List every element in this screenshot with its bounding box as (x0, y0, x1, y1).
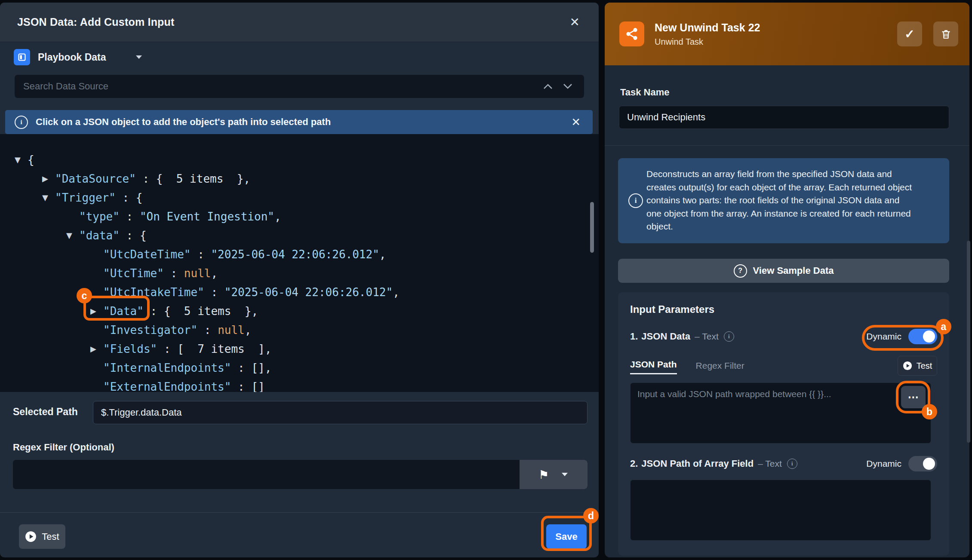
json-token-p: , (393, 286, 400, 299)
dynamic-toggle[interactable] (908, 329, 937, 344)
expand-triangle-icon[interactable]: ▶ (87, 340, 100, 358)
param-name: JSON Path of Array Field (641, 458, 754, 469)
input-parameters-card: Input Parameters 1. JSON Data – Text i D… (618, 292, 949, 556)
dynamic-toggle[interactable] (908, 456, 937, 471)
json-tree-line[interactable]: "type" : "On Event Ingestion", (0, 207, 599, 226)
json-token-k: "UtcTime" (103, 267, 164, 280)
json-tree-line[interactable]: ▼{ (0, 150, 599, 169)
footer-divider (0, 512, 599, 513)
save-button[interactable]: Save (546, 524, 587, 549)
json-tree: ▼{▶"DataSource" : { 5 items },▼"Trigger"… (0, 150, 599, 392)
modal-close-icon[interactable]: ✕ (568, 15, 581, 30)
json-token-k: "Investigator" (103, 324, 197, 337)
json-token-p: }, (231, 305, 258, 318)
ellipsis-icon: ⋯ (908, 391, 919, 404)
array-field-textarea[interactable] (630, 480, 931, 541)
json-token-k: "UtcDateTime" (103, 248, 191, 261)
json-tree-line[interactable]: "ExternalEndpoints" : [] (0, 377, 599, 392)
json-tree-line[interactable]: ▶"Fields" : [ 7 items ], (0, 340, 599, 358)
json-token-p: : (120, 210, 140, 223)
json-token-p: { (28, 153, 34, 166)
task-header: New Unwind Task 22 Unwind Task ✓ (605, 3, 969, 65)
json-tree-line[interactable]: ▼"Trigger" : { (0, 188, 599, 207)
info-icon: i (15, 116, 28, 129)
json-tree-line[interactable]: "UtcDateTime" : "2025-06-04 22:06:26.012… (0, 245, 599, 264)
json-token-i: 5 items (176, 172, 224, 185)
chevron-down-icon[interactable] (135, 54, 143, 60)
json-token-p: : [] (231, 380, 265, 392)
json-token-i: 7 items (197, 343, 245, 355)
header-buttons: ✓ (897, 21, 958, 46)
json-tree-line[interactable]: ▼"data" : { (0, 226, 599, 245)
expand-triangle-icon[interactable]: ▶ (39, 169, 52, 188)
json-token-p: : { (116, 191, 143, 204)
regex-filter-input[interactable] (13, 460, 516, 489)
dynamic-label: Dynamic (866, 331, 901, 342)
unwind-task-icon (619, 21, 644, 46)
regex-flags-dropdown[interactable]: ⚑ (520, 460, 588, 489)
collapse-triangle-icon[interactable]: ▼ (63, 226, 76, 245)
check-icon: ✓ (904, 27, 914, 41)
json-token-p: , (211, 267, 218, 280)
json-token-p: : { (144, 305, 184, 318)
task-titles: New Unwind Task 22 Unwind Task (655, 21, 760, 47)
search-box (15, 75, 584, 98)
scrollbar-thumb[interactable] (590, 202, 594, 253)
json-token-s: "On Event Ingestion" (140, 210, 274, 223)
json-token-k: "Fields" (103, 343, 157, 355)
json-token-p: , (379, 248, 386, 261)
more-options-button[interactable]: ⋯ (901, 386, 926, 408)
json-token-k: "UtcIntakeTime" (103, 286, 204, 299)
modal-title: JSON Data: Add Custom Input (17, 16, 175, 28)
json-token-i: 5 items (184, 305, 231, 318)
info-banner-text: Click on a JSON object to add the object… (36, 116, 331, 128)
task-title: New Unwind Task 22 (655, 21, 760, 34)
task-description-box: i Deconstructs an array field from the s… (618, 158, 949, 243)
expand-triangle-icon[interactable]: ▶ (87, 302, 100, 321)
tab-json-path[interactable]: JSON Path (630, 359, 677, 374)
unwind-task-panel: New Unwind Task 22 Unwind Task ✓ Task Na… (605, 3, 969, 557)
data-source-label: Playbook Data (38, 52, 106, 63)
delete-task-button[interactable] (933, 21, 958, 46)
json-token-p: : (164, 267, 184, 280)
task-name-input[interactable] (619, 106, 949, 129)
param-type: – Text (695, 331, 719, 342)
json-tree-line[interactable]: ▶"DataSource" : { 5 items }, (0, 169, 599, 188)
view-sample-data-button[interactable]: ? View Sample Data (618, 259, 949, 283)
collapse-triangle-icon[interactable]: ▼ (39, 188, 52, 207)
json-token-p: ], (245, 343, 272, 355)
chevron-up-icon[interactable] (542, 82, 554, 91)
selected-path-input[interactable] (93, 401, 588, 424)
test-button[interactable]: Test (19, 524, 65, 549)
param-test-button[interactable]: Test (898, 356, 937, 376)
data-source-selector[interactable]: Playbook Data (14, 47, 143, 67)
json-tree-line[interactable]: "Investigator" : null, (0, 321, 599, 340)
json-data-modal: JSON Data: Add Custom Input ✕ Playbook D… (0, 3, 599, 557)
banner-close-icon[interactable]: ✕ (569, 116, 583, 128)
param-test-label: Test (917, 361, 932, 371)
scrollbar-thumb[interactable] (967, 241, 970, 443)
info-icon: i (787, 459, 797, 469)
playbook-data-icon (14, 49, 30, 65)
tab-regex-filter[interactable]: Regex Filter (696, 361, 744, 374)
dynamic-label: Dynamic (866, 459, 901, 469)
json-token-k: "DataSource" (55, 172, 136, 185)
json-token-p: : [ (157, 343, 197, 355)
param-index: 2. (630, 458, 638, 469)
json-tree-line[interactable]: ▶"Data" : { 5 items }, (0, 302, 599, 321)
json-token-k: "ExternalEndpoints" (103, 380, 231, 392)
json-tree-line[interactable]: "UtcIntakeTime" : "2025-06-04 22:06:26.0… (0, 283, 599, 302)
json-token-p: : [], (231, 361, 271, 374)
json-tree-viewer: ▼{▶"DataSource" : { 5 items },▼"Trigger"… (0, 134, 599, 392)
chevron-down-icon[interactable] (562, 82, 574, 91)
json-path-textarea[interactable] (630, 383, 931, 444)
collapse-triangle-icon[interactable]: ▼ (11, 150, 24, 169)
json-tree-line[interactable]: "InternalEndpoints" : [], (0, 358, 599, 377)
json-token-s: "2025-06-04 22:06:26.012" (211, 248, 379, 261)
search-input[interactable] (22, 80, 542, 92)
json-tree-line[interactable]: "UtcTime" : null, (0, 264, 599, 283)
json-token-n: null (184, 267, 211, 280)
confirm-button[interactable]: ✓ (897, 21, 922, 46)
json-token-p: : (204, 286, 225, 299)
json-token-p: : { (120, 229, 147, 242)
